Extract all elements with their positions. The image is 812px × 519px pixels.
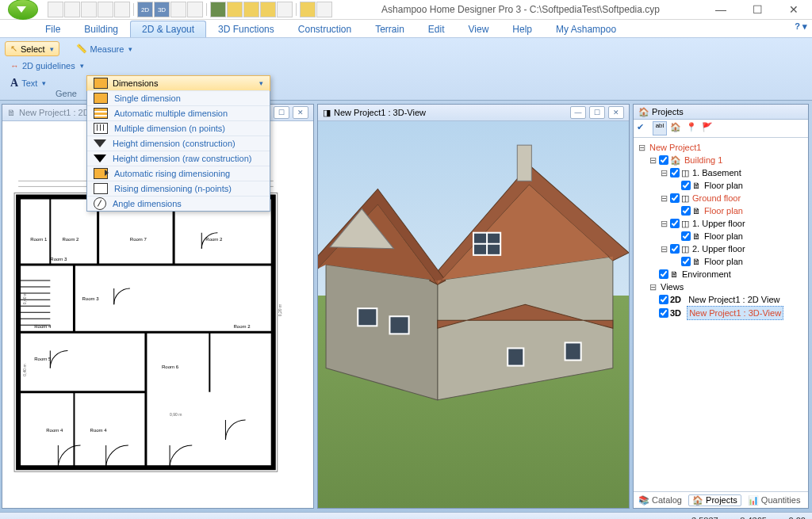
menu-terrain[interactable]: Terrain (363, 21, 416, 37)
qt-3d-icon[interactable]: 3D (154, 2, 170, 17)
select-button[interactable]: ↖ Select▾ (5, 41, 59, 56)
menu-view[interactable]: View (457, 21, 501, 37)
pt-add-icon[interactable]: 🏠 (670, 122, 683, 135)
chk-3dview[interactable] (659, 308, 668, 318)
qt-snap2-icon[interactable] (243, 2, 259, 17)
qt-layout-icon[interactable] (170, 2, 186, 17)
dd-multiple-n[interactable]: Multiple dimension (n points) (87, 120, 270, 135)
tree-ground[interactable]: Ground floor (691, 192, 742, 204)
qt-layers-icon[interactable] (300, 2, 316, 17)
tab-quantities[interactable]: 📊 Quantities (748, 495, 801, 506)
projects-tree[interactable]: ⊟New Project1 ⊟🏠Building 1 ⊟◫1. Basement… (634, 138, 808, 491)
menu-file[interactable]: File (33, 21, 72, 37)
help-icon[interactable]: ? ▾ (795, 21, 807, 32)
chk-upper1[interactable] (670, 219, 680, 228)
ruler-icon: 📏 (76, 44, 87, 54)
pt-flag2-icon[interactable]: 🚩 (702, 122, 714, 135)
chk-basement[interactable] (670, 168, 680, 177)
cube-icon: ◨ (323, 108, 331, 118)
svg-rect-55 (517, 145, 531, 181)
chk-upper2[interactable] (670, 244, 680, 254)
menu-building[interactable]: Building (72, 21, 130, 37)
guidelines-button[interactable]: ↔ 2D guidelines▾ (5, 59, 90, 73)
text-button[interactable]: A Text▾ (5, 74, 52, 92)
tree-2dview[interactable]: New Project1 : 2D View (687, 293, 781, 306)
chk-2dview[interactable] (659, 295, 668, 304)
chk-ground[interactable] (670, 193, 680, 203)
dd-rising-n[interactable]: Rising dimensioning (n-points) (87, 181, 270, 196)
svg-text:Room 4: Room 4 (46, 428, 63, 433)
tree-upper2-plan[interactable]: Floor plan (703, 255, 745, 268)
chk-building[interactable] (659, 155, 668, 165)
view-close-button[interactable]: ✕ (293, 106, 308, 119)
view3d-max-button[interactable]: ☐ (589, 106, 605, 119)
titlebar: 2D 3D Ashampoo Home Designer Pro 3 - C:\… (0, 0, 812, 20)
minimize-button[interactable]: — (703, 0, 739, 19)
qt-2d-icon[interactable]: 2D (137, 2, 153, 17)
measure-button[interactable]: 📏 Measure▾ (71, 41, 139, 56)
maximize-button[interactable]: ☐ (739, 0, 776, 19)
tree-basement-plan[interactable]: Floor plan (703, 179, 745, 192)
dd-angle[interactable]: Angle dimensions (87, 196, 270, 211)
tree-environment[interactable]: Environment (680, 268, 733, 280)
close-button[interactable]: ✕ (776, 0, 812, 19)
tree-upper1-plan[interactable]: Floor plan (703, 230, 745, 242)
tree-basement[interactable]: 1. Basement (691, 166, 743, 179)
dd-single-dimension[interactable]: Single dimension (87, 90, 270, 105)
view-3d-titlebar[interactable]: ◨ New Project1 : 3D-View — ☐ ✕ (318, 105, 629, 121)
qt-options-icon[interactable] (316, 2, 332, 17)
dd-height-raw[interactable]: Height dimension (raw construction) (87, 151, 270, 166)
menu-my-ashampoo[interactable]: My Ashampoo (544, 21, 628, 37)
view3d-min-button[interactable]: — (570, 106, 586, 119)
chk-upper2-plan[interactable] (681, 257, 691, 266)
tree-project[interactable]: New Project1 (648, 141, 703, 154)
dd-height-construction[interactable]: Height dimension (construction) (87, 135, 270, 151)
qt-snap3-icon[interactable] (260, 2, 276, 17)
app-logo[interactable] (8, 0, 38, 20)
tree-building[interactable]: Building 1 (683, 154, 724, 166)
dd-auto-multiple[interactable]: Automatic multiple dimension (87, 105, 270, 120)
badge-3d: 3D (670, 307, 681, 319)
dd-auto-rising[interactable]: Automatic rising dimensioning (87, 166, 270, 181)
tab-projects[interactable]: 🏠 Projects (688, 494, 741, 506)
chk-ground-plan[interactable] (681, 206, 691, 216)
svg-marker-48 (438, 257, 613, 400)
menu-construction[interactable]: Construction (286, 21, 363, 37)
qt-snap1-icon[interactable] (227, 2, 243, 17)
menu-edit[interactable]: Edit (416, 21, 457, 37)
svg-marker-49 (326, 265, 438, 400)
chk-basement-plan[interactable] (681, 181, 691, 190)
menu-help[interactable]: Help (500, 21, 544, 37)
svg-text:Room 7: Room 7 (130, 237, 147, 242)
menu-2d-layout[interactable]: 2D & Layout (130, 21, 206, 37)
qt-redo-icon[interactable] (114, 2, 130, 17)
qt-open-icon[interactable] (64, 2, 80, 17)
pt-check-icon[interactable]: ✔ (637, 122, 649, 135)
floor-icon: ◫ (681, 166, 689, 179)
qt-grid-icon[interactable] (210, 2, 226, 17)
qt-pick-icon[interactable] (277, 2, 293, 17)
floor-icon: ◫ (681, 242, 689, 255)
chk-env[interactable] (659, 269, 668, 279)
qt-undo-icon[interactable] (98, 2, 113, 17)
cursor-icon: ↖ (10, 44, 17, 54)
pt-rename-icon[interactable]: abl (653, 121, 667, 135)
tree-3dview[interactable]: New Project1 : 3D-View (687, 306, 783, 320)
tree-upper1[interactable]: 1. Upper floor (691, 217, 747, 230)
tree-views[interactable]: Views (659, 280, 685, 293)
svg-text:0,40 m: 0,40 m (22, 292, 27, 304)
chk-upper1-plan[interactable] (681, 231, 691, 241)
qt-section-icon[interactable] (187, 2, 203, 17)
tree-ground-plan[interactable]: Floor plan (703, 204, 745, 217)
view3d-close-button[interactable]: ✕ (608, 106, 624, 119)
view-max-button[interactable]: ☐ (274, 106, 289, 119)
view-3d-canvas[interactable] (318, 121, 629, 508)
projects-icon: 🏠 (638, 107, 649, 117)
dropdown-header[interactable]: Dimensions ▾ (86, 75, 270, 91)
tab-catalog[interactable]: 📚 Catalog (638, 495, 682, 506)
qt-save-icon[interactable] (81, 2, 97, 17)
pt-flag-icon[interactable]: 📍 (686, 122, 699, 135)
tree-upper2[interactable]: 2. Upper floor (691, 242, 747, 255)
menu-3d-functions[interactable]: 3D Functions (206, 21, 286, 37)
qt-new-icon[interactable] (48, 2, 63, 17)
